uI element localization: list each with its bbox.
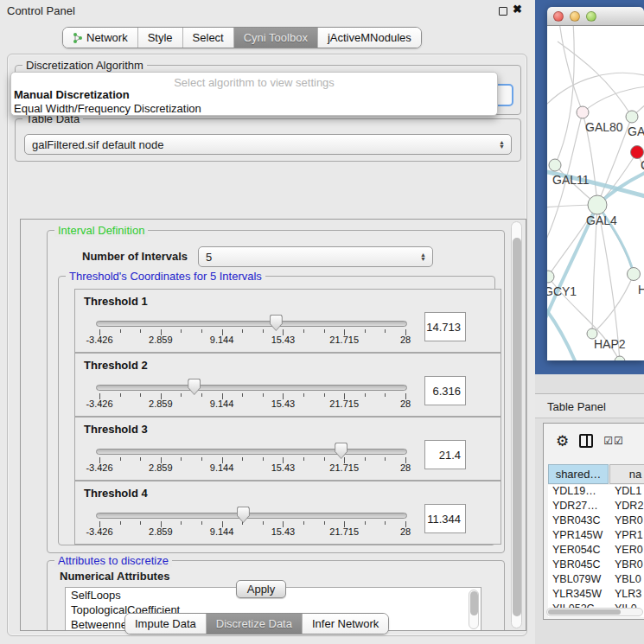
cell-shared-name: YBR043C bbox=[548, 514, 609, 529]
threshold-slider-thumb[interactable] bbox=[188, 379, 201, 395]
network-node[interactable] bbox=[588, 195, 607, 214]
threshold-title: Threshold 1 bbox=[84, 295, 148, 308]
table-panel-region: Table Panel ⚙ ☑☑ shared… na YDL19…YDL1YD… bbox=[535, 374, 644, 644]
slider-tick bbox=[365, 457, 366, 461]
cell-name: YBR0 bbox=[609, 558, 644, 573]
algorithm-option-manual[interactable]: Manual Discretization bbox=[14, 88, 130, 101]
zoom-green-icon[interactable] bbox=[586, 11, 596, 22]
network-node[interactable] bbox=[615, 356, 625, 360]
network-node-label: H bbox=[638, 283, 644, 296]
network-node[interactable] bbox=[577, 106, 589, 118]
network-node[interactable] bbox=[631, 146, 644, 159]
table-row[interactable]: YBR045CYBR0 bbox=[548, 558, 644, 573]
tab-jactivemnodules[interactable]: jActiveMNodules bbox=[318, 28, 421, 48]
mode-tab-infer-network[interactable]: Infer Network bbox=[303, 614, 388, 634]
close-red-icon[interactable] bbox=[553, 11, 564, 22]
table-row[interactable]: YPR145WYPR1 bbox=[548, 529, 644, 544]
slider-tick-label: 28 bbox=[400, 399, 411, 409]
settings-scrollbar[interactable] bbox=[511, 221, 522, 628]
network-graph: GAL80GACGAL11GAL4GCY1HHAP2 bbox=[547, 26, 644, 360]
slider-tick bbox=[120, 329, 121, 333]
network-window-titlebar[interactable] bbox=[547, 7, 644, 26]
close-icon[interactable]: ✖ bbox=[513, 3, 522, 16]
mode-tab-impute-data[interactable]: Impute Data bbox=[125, 614, 207, 634]
threshold-slider-track[interactable] bbox=[96, 513, 407, 519]
slider-tick-label: 21.715 bbox=[329, 335, 359, 345]
column-header-shared[interactable]: shared… bbox=[548, 464, 609, 484]
combo-arrows-icon: ▲▼ bbox=[499, 140, 505, 149]
slider-tick bbox=[303, 393, 304, 397]
slider-tick bbox=[140, 457, 141, 461]
cell-shared-name: YDR27… bbox=[548, 500, 609, 514]
slider-tick bbox=[140, 329, 141, 333]
split-view-icon[interactable] bbox=[579, 434, 593, 448]
table-row[interactable]: YDR27…YDR2 bbox=[548, 500, 644, 514]
slider-tick-label: -3.426 bbox=[86, 526, 112, 537]
network-canvas[interactable]: GAL80GACGAL11GAL4GCY1HHAP2 bbox=[547, 26, 644, 360]
threshold-slider-track[interactable] bbox=[96, 449, 407, 455]
threshold-value-field[interactable]: 14.713 bbox=[424, 312, 466, 341]
threshold-slider-track[interactable] bbox=[96, 321, 407, 327]
tab-label: Select bbox=[193, 31, 224, 44]
tab-label: Cyni Toolbox bbox=[244, 31, 308, 44]
slider-tick bbox=[303, 457, 304, 461]
number-of-intervals-select[interactable]: 5 ▲▼ bbox=[198, 246, 433, 267]
tab-style[interactable]: Style bbox=[138, 28, 183, 48]
table-data-group: Table Data galFiltered.sif default node … bbox=[15, 118, 521, 162]
slider-tick-label: 28 bbox=[400, 335, 411, 345]
slider-tick bbox=[263, 393, 264, 397]
slider-tick bbox=[181, 521, 182, 525]
threshold-value-field[interactable]: 6.316 bbox=[424, 376, 466, 405]
threshold-value-field[interactable]: 11.344 bbox=[424, 504, 466, 533]
table-rows: YDL19…YDL1YDR27…YDR2YBR043CYBR0YPR145WYP… bbox=[548, 485, 644, 617]
table-row[interactable]: YDL19…YDL1 bbox=[548, 485, 644, 500]
slider-tick-label: 15.43 bbox=[271, 399, 296, 409]
network-edge[interactable] bbox=[558, 41, 632, 117]
tab-select[interactable]: Select bbox=[183, 28, 234, 48]
network-node[interactable] bbox=[628, 268, 641, 281]
slider-tick bbox=[201, 393, 202, 397]
threshold-slider-track[interactable] bbox=[96, 385, 407, 391]
network-node-label: GAL4 bbox=[586, 214, 617, 227]
algorithm-option-equal-width[interactable]: Equal Width/Frequency Discretization bbox=[14, 102, 201, 115]
column-header-name[interactable]: na bbox=[609, 464, 644, 484]
table-row[interactable]: YER054CYER0 bbox=[548, 544, 644, 558]
threshold-value-field[interactable]: 21.4 bbox=[424, 440, 466, 469]
node-table: ⚙ ☑☑ shared… na YDL19…YDL1YDR27…YDR2YBR0… bbox=[543, 423, 644, 620]
mode-tab-discretize-data[interactable]: Discretize Data bbox=[207, 614, 303, 634]
table-row[interactable]: YLR345WYLR3 bbox=[548, 588, 644, 603]
slider-tick bbox=[181, 393, 182, 397]
threshold-slider-thumb[interactable] bbox=[237, 507, 250, 523]
table-hscrollbar[interactable] bbox=[546, 608, 643, 616]
network-node[interactable] bbox=[626, 111, 638, 123]
tab-cyni-toolbox[interactable]: Cyni Toolbox bbox=[234, 28, 318, 48]
gear-icon[interactable]: ⚙ bbox=[556, 432, 569, 450]
network-edge[interactable] bbox=[592, 274, 634, 334]
panel-title: Control Panel bbox=[7, 4, 75, 17]
float-window-icon[interactable] bbox=[499, 7, 507, 16]
threshold-slider-thumb[interactable] bbox=[270, 315, 283, 331]
threshold-coordinates-label: Threshold's Coordinates for 5 Intervals bbox=[66, 270, 265, 283]
table-row[interactable]: YBL079WYBL0 bbox=[548, 573, 644, 588]
threshold-title: Threshold 3 bbox=[84, 423, 148, 436]
slider-tick bbox=[365, 393, 366, 397]
tab-network[interactable]: Network bbox=[63, 28, 138, 48]
minimize-yellow-icon[interactable] bbox=[570, 11, 580, 22]
network-node[interactable] bbox=[549, 159, 561, 171]
network-edge[interactable] bbox=[559, 26, 583, 112]
table-data-select[interactable]: galFiltered.sif default node ▲▼ bbox=[24, 134, 512, 155]
slider-tick-label: 9.144 bbox=[210, 335, 234, 345]
apply-button[interactable]: Apply bbox=[236, 580, 286, 598]
slider-tick-label: 9.144 bbox=[210, 526, 234, 537]
attributes-scrollbar[interactable] bbox=[469, 590, 479, 629]
network-edge-highlighted[interactable] bbox=[547, 304, 577, 360]
slider-tick-label: 2.859 bbox=[149, 335, 173, 345]
network-node-label: GCY1 bbox=[547, 284, 577, 298]
table-row[interactable]: YBR043CYBR0 bbox=[548, 514, 644, 529]
interval-definition-label: Interval Definition bbox=[54, 224, 148, 237]
slider-tick-label: 15.43 bbox=[271, 335, 296, 345]
threshold-slider-thumb[interactable] bbox=[335, 443, 348, 459]
slider-tick-label: 21.715 bbox=[329, 399, 359, 409]
checkbox-icons[interactable]: ☑☑ bbox=[603, 435, 624, 447]
network-node[interactable] bbox=[547, 271, 554, 283]
